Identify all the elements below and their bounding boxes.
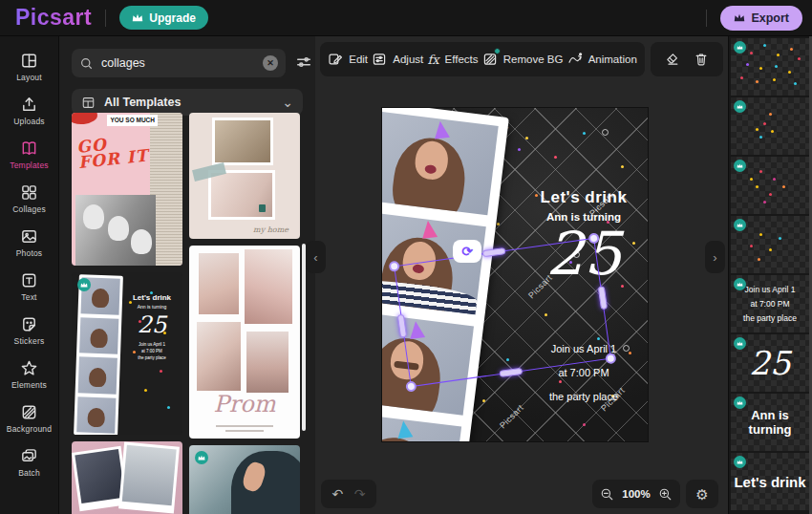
templates-panel: ✕ All Templates ⌄ YOU SO MUCH GO FOR IT: [59, 36, 315, 514]
photo: [76, 396, 116, 434]
premium-badge: [195, 451, 208, 464]
zoom-in-icon: [658, 487, 673, 502]
redo-button[interactable]: ↷: [354, 487, 366, 501]
premium-badge: [734, 160, 746, 172]
layer-confetti-1[interactable]: [731, 38, 809, 96]
eraser-button[interactable]: [665, 52, 680, 67]
templates-icon: [20, 139, 38, 158]
layer-text-age[interactable]: 25: [731, 334, 809, 392]
zoom-controls: 100%: [592, 480, 680, 508]
sidebar-item-photos[interactable]: Photos: [3, 222, 56, 263]
remove-bg-button[interactable]: Remove BG: [482, 52, 564, 67]
photo: [197, 322, 241, 391]
sidebar-label: Uploads: [13, 117, 45, 126]
sidebar-item-batch[interactable]: Batch: [3, 441, 56, 482]
layer-text-title[interactable]: Let's drink: [731, 453, 809, 510]
photo: [199, 253, 239, 314]
tool-label: Adjust: [393, 54, 423, 65]
search-input[interactable]: [101, 56, 255, 70]
template-thumb-my-home[interactable]: my home: [189, 113, 300, 239]
settings-button[interactable]: ⚙: [695, 487, 708, 502]
sidebar-item-background[interactable]: Background: [3, 397, 56, 439]
animation-button[interactable]: Animation: [567, 52, 637, 67]
scrollbar-thumb[interactable]: [302, 244, 306, 431]
filter-button[interactable]: [293, 52, 314, 75]
layer-confetti-4[interactable]: [731, 216, 809, 273]
sidebar-item-uploads[interactable]: Uploads: [3, 90, 56, 131]
template-text: YOU SO MUCH: [107, 115, 158, 126]
dropdown-label: All Templates: [104, 96, 273, 109]
tool-label: Remove BG: [503, 54, 564, 65]
photo: [79, 317, 118, 354]
collapse-left-panel-button[interactable]: ‹: [306, 241, 326, 273]
design-canvas[interactable]: Picsart Picsart Picsart Picsart Picsart …: [382, 108, 648, 441]
bottom-bar: ↶ ↷ 100% ⚙: [315, 480, 728, 508]
premium-badge: [734, 219, 746, 231]
export-button[interactable]: Export: [720, 6, 802, 31]
sidebar-label: Templates: [10, 161, 49, 170]
sidebar-label: Photos: [16, 248, 43, 258]
tool-label: Animation: [588, 54, 637, 65]
template-column-1: YOU SO MUCH GO FOR IT: [72, 113, 182, 514]
zoom-in-button[interactable]: [658, 487, 673, 502]
sidebar-item-layout[interactable]: Layout: [3, 46, 56, 87]
layer-confetti-3[interactable]: [731, 157, 809, 214]
sidebar-item-templates[interactable]: Templates: [3, 134, 56, 175]
rotate-handle[interactable]: ⟳: [453, 240, 481, 263]
premium-badge: [734, 396, 746, 409]
premium-badge: [734, 41, 746, 54]
confetti-dots: [72, 272, 75, 275]
zoom-out-button[interactable]: [600, 487, 614, 502]
crown-icon: [737, 45, 743, 50]
crown-icon: [737, 104, 743, 109]
canvas-title-text[interactable]: Let's drink: [525, 188, 642, 207]
background-icon: [20, 403, 38, 421]
top-bar: Picsart Upgrade Export: [0, 0, 812, 36]
collages-icon: [20, 183, 38, 202]
crown-icon: [132, 13, 143, 22]
template-thumb-go-for-it[interactable]: YOU SO MUCH GO FOR IT: [72, 113, 182, 266]
corner-handle[interactable]: [388, 261, 399, 272]
sidebar-item-elements[interactable]: Elements: [3, 353, 56, 395]
template-thumb-man-portrait[interactable]: [189, 445, 300, 514]
lips-graphic: [72, 113, 98, 126]
table-icon: [81, 96, 96, 110]
crown-icon: [198, 455, 205, 460]
sidebar-item-collages[interactable]: Collages: [3, 178, 56, 219]
search-icon: [79, 56, 94, 71]
template-thumb-graduation[interactable]: [72, 441, 182, 514]
upload-icon: [20, 96, 38, 114]
fx-icon: fx: [427, 53, 438, 67]
template-thumb-prom[interactable]: Prom: [189, 246, 300, 439]
template-texts: Let's drink Ann is turning 25 Join us Ap…: [123, 293, 181, 361]
photos-icon: [20, 227, 38, 246]
left-sidebar: Layout Uploads Templates Collages Photos…: [0, 36, 59, 514]
layer-text-details[interactable]: Join us April 1 at 7:00 PM the party pla…: [731, 275, 809, 332]
delete-button[interactable]: [694, 52, 709, 67]
framed-photo: [208, 170, 275, 220]
layer-confetti-2[interactable]: [731, 97, 809, 155]
sidebar-item-stickers[interactable]: Stickers: [3, 310, 56, 351]
premium-badge: [77, 278, 91, 291]
collapse-right-panel-button[interactable]: ›: [705, 241, 725, 273]
upgrade-button[interactable]: Upgrade: [119, 6, 208, 30]
tool-group-side: [651, 42, 723, 76]
clear-search-button[interactable]: ✕: [263, 55, 278, 71]
polaroid-photo: [118, 442, 180, 514]
template-thumb-birthday[interactable]: Let's drink Ann is turning 25 Join us Ap…: [72, 272, 182, 435]
search-box[interactable]: ✕: [72, 49, 286, 77]
adjust-button[interactable]: Adjust: [372, 52, 423, 67]
effects-button[interactable]: fx Effects: [427, 53, 478, 67]
all-templates-dropdown[interactable]: All Templates ⌄: [72, 89, 303, 116]
premium-badge: [734, 456, 746, 468]
picsart-logo[interactable]: Picsart: [15, 5, 92, 31]
edit-button[interactable]: Edit: [328, 52, 368, 67]
sidebar-label: Batch: [18, 468, 40, 478]
sidebar-item-text[interactable]: Text: [3, 266, 56, 307]
photo: [245, 249, 292, 324]
template-text: GO FOR IT: [76, 132, 154, 170]
photo-shape: [108, 216, 129, 241]
crown-icon: [737, 223, 743, 227]
layer-text-subtitle[interactable]: Ann is turning: [731, 394, 809, 451]
undo-button[interactable]: ↶: [332, 487, 344, 501]
